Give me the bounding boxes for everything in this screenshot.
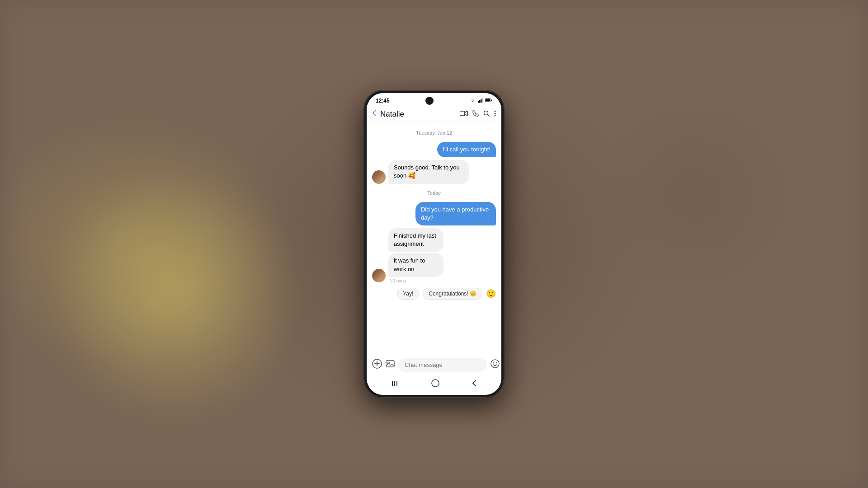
status-icons	[470, 98, 492, 103]
status-time: 12:45	[376, 98, 390, 104]
avatar-image-2	[372, 269, 386, 282]
received-bubbles: Finished my last assignment it was fun t…	[388, 228, 473, 283]
video-call-icon[interactable]	[460, 110, 468, 118]
svg-rect-16	[386, 361, 394, 367]
svg-rect-6	[486, 99, 490, 102]
svg-point-12	[495, 115, 496, 116]
emoji-icon[interactable]	[491, 359, 500, 371]
quick-reply-yay[interactable]: Yay!	[397, 288, 419, 300]
svg-rect-0	[478, 101, 479, 103]
svg-point-18	[491, 360, 499, 368]
chat-message-input[interactable]	[398, 358, 487, 372]
phone-frame: 12:45	[364, 90, 504, 398]
status-notch	[425, 97, 434, 105]
date-divider-today: Today	[372, 187, 496, 199]
svg-point-17	[388, 362, 390, 364]
quick-replies: Yay! Congratulations! 😊 🙂	[372, 286, 496, 301]
contact-name: Natalie	[380, 110, 456, 119]
bubble-received-2a[interactable]: Finished my last assignment	[388, 228, 443, 252]
svg-point-10	[495, 110, 496, 112]
avatar-natalie-1	[372, 170, 386, 184]
quick-reply-congrats[interactable]: Congratulations! 😊	[423, 288, 482, 300]
phone-icon[interactable]	[472, 110, 479, 118]
search-icon[interactable]	[483, 110, 490, 118]
bubble-sent-2[interactable]: Did you have a productive day?	[415, 202, 496, 225]
message-row-sent-2: Did you have a productive day?	[372, 202, 496, 225]
more-icon[interactable]	[494, 110, 496, 118]
phone-screen: 12:45	[367, 93, 501, 395]
header-actions	[460, 110, 496, 118]
nav-back-icon[interactable]	[471, 380, 476, 389]
svg-point-11	[495, 113, 496, 114]
received-group: Finished my last assignment it was fun t…	[372, 228, 496, 283]
bubble-received-2b[interactable]: it was fun to work on	[388, 253, 443, 277]
message-time: 20 mins	[388, 278, 473, 283]
bubble-received-1[interactable]: Sounds good. Talk to you soon 🥰	[388, 160, 469, 183]
battery-icon	[485, 98, 492, 103]
app-header: Natalie	[367, 107, 501, 122]
back-button[interactable]	[372, 109, 377, 119]
nav-menu-icon[interactable]	[392, 380, 400, 389]
signal-icon	[478, 98, 483, 103]
svg-rect-2	[481, 99, 482, 103]
nav-home-icon[interactable]	[431, 379, 439, 389]
input-area	[367, 354, 501, 375]
svg-rect-1	[479, 100, 481, 103]
svg-line-9	[488, 114, 490, 116]
date-divider-tuesday: Tuesday, Jan 12	[372, 127, 496, 139]
svg-rect-7	[460, 111, 465, 116]
add-icon[interactable]	[372, 359, 382, 371]
svg-point-20	[496, 362, 497, 363]
avatar-natalie-2	[372, 269, 386, 282]
svg-point-27	[432, 380, 439, 387]
quick-reply-emoji[interactable]: 🙂	[486, 289, 496, 299]
nav-bar	[367, 375, 501, 395]
svg-point-19	[493, 362, 494, 363]
gallery-icon[interactable]	[386, 360, 395, 370]
input-right-icons	[491, 359, 501, 371]
message-row-received-1: Sounds good. Talk to you soon 🥰	[372, 160, 496, 183]
avatar-image-1	[372, 170, 386, 184]
message-row-sent-1: I'll call you tonight!	[372, 142, 496, 157]
svg-rect-3	[482, 98, 483, 103]
bubble-sent-1[interactable]: I'll call you tonight!	[437, 142, 496, 157]
chat-area: Tuesday, Jan 12 I'll call you tonight! S…	[367, 122, 501, 354]
status-bar: 12:45	[367, 93, 501, 107]
wifi-icon	[470, 98, 476, 103]
phone-container: 12:45	[364, 90, 504, 398]
svg-rect-5	[491, 100, 492, 101]
